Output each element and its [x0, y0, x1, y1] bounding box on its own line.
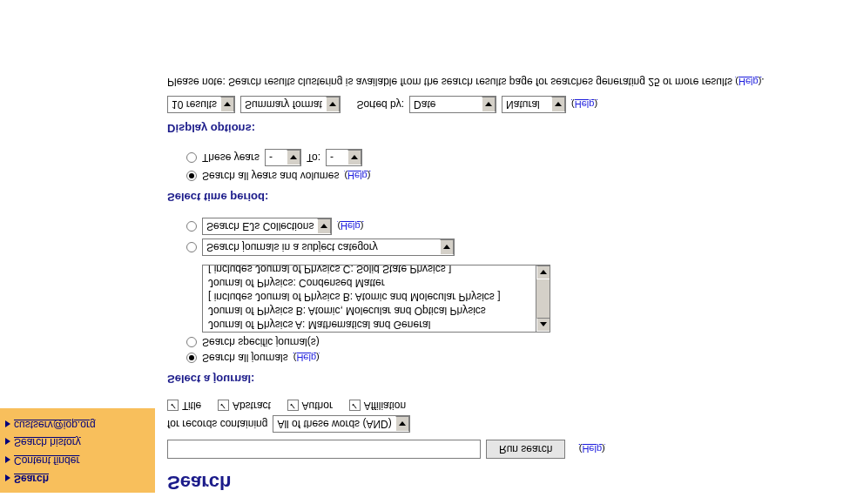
scroll-down-icon[interactable]: [536, 265, 550, 279]
field-title-checkbox[interactable]: Title: [167, 400, 201, 412]
scroll-up-icon[interactable]: [536, 318, 550, 332]
field-label: Author: [302, 400, 333, 412]
list-item[interactable]: Journal of Physics B: Atomic, Molecular …: [203, 304, 550, 318]
sidebar-item-label: custserv@iop.org: [14, 419, 96, 431]
containing-label: for records containing: [167, 418, 267, 430]
list-item[interactable]: Journal of Physics A: Mathematical and G…: [203, 318, 550, 332]
checkbox-icon: [287, 400, 299, 412]
radio-icon: [186, 242, 197, 252]
radio-icon: [186, 152, 197, 163]
field-label: Title: [182, 400, 201, 412]
sort-order-select[interactable]: Natural: [502, 96, 566, 113]
arrow-right-icon: [5, 474, 10, 481]
field-label: Affiliation: [364, 400, 406, 412]
year-to-select[interactable]: -: [326, 149, 362, 166]
search-input[interactable]: [167, 440, 481, 459]
sidebar-item-custserv[interactable]: custserv@iop.org: [5, 415, 152, 433]
chevron-down-icon: [551, 97, 565, 112]
radio-label: Search all journals: [202, 352, 288, 364]
sidebar-item-label: Content finder: [14, 454, 79, 467]
year-from-select[interactable]: -: [265, 149, 301, 166]
select-value: -: [330, 151, 344, 164]
chevron-down-icon: [287, 150, 300, 165]
help-link[interactable]: Help: [293, 353, 320, 363]
list-item[interactable]: [ includes Journal of Physics C: Solid S…: [203, 265, 550, 276]
main: Search Run search Help for records conta…: [155, 65, 843, 504]
radio-label: Search all years and volumes: [202, 170, 339, 182]
arrow-right-icon: [5, 438, 10, 445]
containing-mode-select[interactable]: All of these words (AND): [273, 415, 409, 433]
select-value: 10 results: [172, 98, 217, 111]
time-all-radio[interactable]: Search all years and volumes: [186, 170, 339, 182]
chevron-down-icon: [326, 97, 340, 112]
field-affiliation-checkbox[interactable]: Affiliation: [349, 400, 406, 412]
field-abstract-checkbox[interactable]: Abstract: [218, 400, 271, 412]
radio-label: These years: [202, 151, 260, 164]
select-value: Search journals in a subject category: [206, 241, 436, 253]
page-title: Search: [167, 471, 843, 494]
sort-field-select[interactable]: Date: [409, 96, 496, 113]
select-value: Search EJs Collections: [206, 220, 314, 232]
scrollbar[interactable]: [536, 265, 550, 332]
radio-icon: [186, 171, 197, 181]
field-author-checkbox[interactable]: Author: [287, 400, 333, 412]
radio-icon: [186, 337, 197, 347]
chevron-down-icon: [440, 239, 454, 255]
journal-subject-radio[interactable]: [186, 242, 197, 252]
journal-listbox[interactable]: Journal of Physics A: Mathematical and G…: [202, 265, 550, 333]
list-item[interactable]: Journal of Physics: Condensed Matter: [203, 276, 550, 290]
sorted-by-label: Sorted by:: [356, 98, 404, 111]
chevron-down-icon: [395, 416, 409, 432]
select-value: All of these words (AND): [277, 418, 391, 430]
sidebar-item-search-history[interactable]: Search history: [5, 433, 152, 452]
sidebar-item-label: Search history: [14, 436, 81, 448]
journal-specific-radio[interactable]: Search specific journal(s): [186, 336, 320, 348]
select-value: Summary format: [245, 98, 322, 111]
note-tail: .: [761, 76, 764, 88]
chevron-down-icon: [347, 150, 361, 165]
select-value: Date: [414, 98, 478, 111]
help-link[interactable]: Help: [337, 221, 363, 232]
sidebar-item-search[interactable]: Search: [5, 469, 152, 487]
select-time-heading: Select time period:: [167, 191, 843, 204]
time-these-radio[interactable]: These years: [186, 151, 260, 164]
help-link[interactable]: Help: [571, 99, 597, 110]
sidebar-item-label: Search: [14, 473, 49, 485]
field-label: Abstract: [233, 400, 271, 412]
checkbox-icon: [167, 400, 179, 412]
radio-label: Search specific journal(s): [202, 336, 320, 348]
ej-collections-select[interactable]: Search EJs Collections: [202, 218, 332, 235]
to-label: To:: [307, 151, 320, 164]
clustering-note: Please note: Search results clustering i…: [167, 74, 843, 89]
chevron-down-icon: [317, 218, 331, 234]
select-journal-heading: Select a journal:: [167, 373, 843, 386]
format-select[interactable]: Summary format: [240, 96, 341, 113]
select-value: Natural: [506, 98, 548, 111]
list-item[interactable]: [ includes Journal of Physics B: Atomic …: [203, 290, 550, 304]
journal-ej-radio[interactable]: [186, 221, 197, 232]
help-link[interactable]: Help: [579, 444, 605, 454]
help-link[interactable]: Help: [735, 77, 761, 87]
results-count-select[interactable]: 10 results: [167, 96, 235, 113]
display-options-heading: Display options:: [167, 122, 843, 135]
chevron-down-icon: [220, 97, 234, 112]
sidebar-item-content-finder[interactable]: Content finder: [5, 451, 152, 469]
help-link[interactable]: Help: [344, 171, 370, 181]
arrow-right-icon: [5, 456, 10, 463]
run-search-button[interactable]: Run search: [486, 440, 565, 459]
checkbox-icon: [349, 400, 361, 412]
arrow-right-icon: [5, 420, 10, 427]
chevron-down-icon: [482, 97, 496, 112]
sidebar: Search Content finder Search history cus…: [0, 408, 155, 493]
radio-icon: [186, 221, 197, 232]
note-text: Please note: Search results clustering i…: [167, 76, 732, 88]
radio-icon: [186, 353, 197, 363]
subject-category-select[interactable]: Search journals in a subject category: [202, 239, 455, 256]
select-value: -: [269, 151, 283, 164]
checkbox-icon: [218, 400, 229, 412]
journal-all-radio[interactable]: Search all journals: [186, 352, 288, 364]
